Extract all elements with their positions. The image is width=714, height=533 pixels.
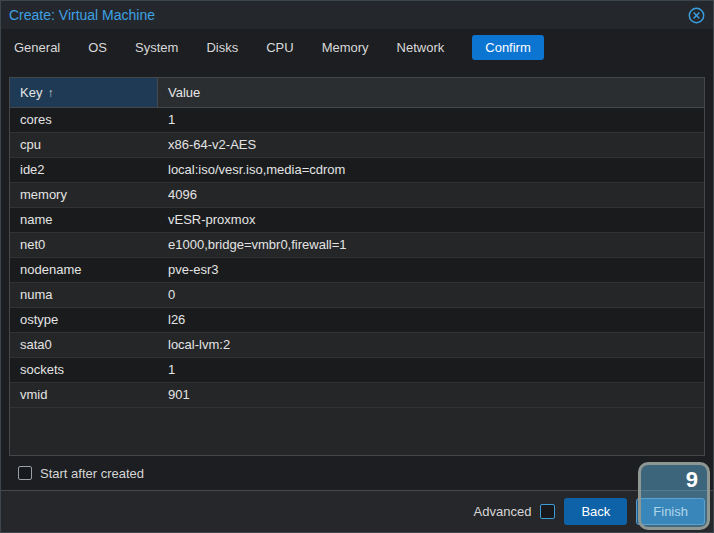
advanced-label: Advanced bbox=[474, 504, 532, 519]
column-header-key-label: Key bbox=[20, 85, 42, 100]
table-header-row: Key ↑ Value bbox=[10, 78, 704, 108]
row-key: cores bbox=[10, 108, 158, 132]
back-button[interactable]: Back bbox=[564, 498, 627, 525]
row-key: sata0 bbox=[10, 333, 158, 357]
column-header-value[interactable]: Value bbox=[158, 78, 704, 107]
confirm-panel: Key ↑ Value cores 1 cpu x86-64-v2-AES id… bbox=[1, 65, 713, 490]
table-empty-area bbox=[10, 408, 704, 455]
wizard-tabbar: General OS System Disks CPU Memory Netwo… bbox=[1, 29, 713, 65]
tab-network[interactable]: Network bbox=[397, 35, 445, 60]
tab-general[interactable]: General bbox=[14, 35, 60, 60]
row-value: pve-esr3 bbox=[158, 258, 704, 282]
row-value: 1 bbox=[158, 358, 704, 382]
dialog-title: Create: Virtual Machine bbox=[9, 7, 155, 23]
row-value: l26 bbox=[158, 308, 704, 332]
table-row[interactable]: numa 0 bbox=[10, 283, 704, 308]
tab-system[interactable]: System bbox=[135, 35, 178, 60]
row-key: net0 bbox=[10, 233, 158, 257]
table-row[interactable]: memory 4096 bbox=[10, 183, 704, 208]
table-row[interactable]: name vESR-proxmox bbox=[10, 208, 704, 233]
row-value: vESR-proxmox bbox=[158, 208, 704, 232]
dialog-footer: Advanced Back Finish bbox=[1, 490, 713, 532]
row-value: 901 bbox=[158, 383, 704, 407]
summary-table: Key ↑ Value cores 1 cpu x86-64-v2-AES id… bbox=[9, 77, 705, 456]
row-key: ostype bbox=[10, 308, 158, 332]
row-key: sockets bbox=[10, 358, 158, 382]
row-value: 4096 bbox=[158, 183, 704, 207]
row-value: e1000,bridge=vmbr0,firewall=1 bbox=[158, 233, 704, 257]
dialog-titlebar: Create: Virtual Machine bbox=[1, 1, 713, 29]
tab-os[interactable]: OS bbox=[88, 35, 107, 60]
row-key: nodename bbox=[10, 258, 158, 282]
table-row[interactable]: cpu x86-64-v2-AES bbox=[10, 133, 704, 158]
start-after-created-label: Start after created bbox=[40, 466, 144, 481]
table-row[interactable]: ide2 local:iso/vesr.iso,media=cdrom bbox=[10, 158, 704, 183]
start-after-created-checkbox[interactable] bbox=[18, 466, 32, 480]
row-value: 1 bbox=[158, 108, 704, 132]
row-key: vmid bbox=[10, 383, 158, 407]
column-header-key[interactable]: Key ↑ bbox=[10, 78, 158, 107]
column-header-value-label: Value bbox=[168, 85, 200, 100]
finish-button[interactable]: Finish bbox=[636, 498, 705, 525]
row-key: ide2 bbox=[10, 158, 158, 182]
row-key: name bbox=[10, 208, 158, 232]
row-key: numa bbox=[10, 283, 158, 307]
tab-cpu[interactable]: CPU bbox=[266, 35, 293, 60]
create-vm-dialog: Create: Virtual Machine General OS Syste… bbox=[0, 0, 714, 533]
advanced-checkbox[interactable] bbox=[540, 504, 555, 519]
table-row[interactable]: vmid 901 bbox=[10, 383, 704, 408]
table-row[interactable]: cores 1 bbox=[10, 108, 704, 133]
row-value: 0 bbox=[158, 283, 704, 307]
table-row[interactable]: net0 e1000,bridge=vmbr0,firewall=1 bbox=[10, 233, 704, 258]
close-icon[interactable] bbox=[687, 6, 705, 24]
row-value: local:iso/vesr.iso,media=cdrom bbox=[158, 158, 704, 182]
table-row[interactable]: sata0 local-lvm:2 bbox=[10, 333, 704, 358]
row-key: memory bbox=[10, 183, 158, 207]
tab-memory[interactable]: Memory bbox=[322, 35, 369, 60]
row-value: local-lvm:2 bbox=[158, 333, 704, 357]
tab-disks[interactable]: Disks bbox=[206, 35, 238, 60]
row-value: x86-64-v2-AES bbox=[158, 133, 704, 157]
table-row[interactable]: sockets 1 bbox=[10, 358, 704, 383]
tab-confirm[interactable]: Confirm bbox=[472, 35, 544, 60]
row-key: cpu bbox=[10, 133, 158, 157]
table-row[interactable]: ostype l26 bbox=[10, 308, 704, 333]
start-after-created-row: Start after created bbox=[9, 456, 705, 490]
table-row[interactable]: nodename pve-esr3 bbox=[10, 258, 704, 283]
sort-ascending-icon: ↑ bbox=[47, 86, 53, 100]
